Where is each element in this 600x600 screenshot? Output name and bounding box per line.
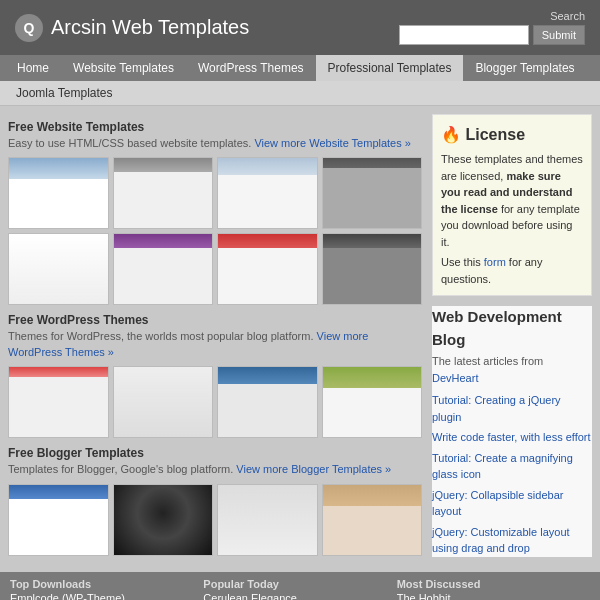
blogger-more-link[interactable]: View more Blogger Templates » [236,463,391,475]
blog-link-2[interactable]: Write code faster, with less effort [432,429,592,446]
template-thumb[interactable] [322,233,423,305]
template-thumb[interactable] [113,233,214,305]
template-thumb[interactable] [113,366,214,438]
nav-home[interactable]: Home [5,55,61,81]
license-form-link[interactable]: form [484,256,506,268]
footer-discussed-title: Most Discussed [397,578,590,590]
main-nav: Home Website Templates WordPress Themes … [0,55,600,81]
content-wrapper: Free Website Templates Easy to use HTML/… [0,106,600,572]
footer: Top Downloads Emplcode (WP-Theme) Popula… [0,572,600,600]
template-thumb[interactable] [217,233,318,305]
blogger-section-desc: Templates for Blogger, Google's blog pla… [8,462,422,477]
footer-col-discussed: Most Discussed The Hobbit [397,578,590,600]
template-thumb[interactable] [113,484,214,556]
license-box: 🔥 License These templates and themes are… [432,114,592,296]
footer-discussed-value: The Hobbit [397,592,590,600]
devheart-link[interactable]: DevHeart [432,372,478,384]
wordpress-more-link[interactable]: View more WordPress Themes » [8,330,368,357]
nav-website-templates[interactable]: Website Templates [61,55,186,81]
sidebar: 🔥 License These templates and themes are… [422,114,592,564]
template-thumb[interactable] [322,366,423,438]
website-templates-section: Free Website Templates Easy to use HTML/… [8,120,422,305]
template-thumb[interactable] [217,484,318,556]
template-thumb[interactable] [322,157,423,229]
template-thumb[interactable] [217,157,318,229]
blogger-section: Free Blogger Templates Templates for Blo… [8,446,422,555]
footer-col-popular: Popular Today Cerulean Elegance [203,578,396,600]
blog-link-1[interactable]: Tutorial: Creating a jQuery plugin [432,392,592,425]
website-more-link[interactable]: View more Website Templates » [254,137,411,149]
website-section-title: Free Website Templates [8,120,422,134]
license-title: 🔥 License [441,123,583,147]
template-thumb[interactable] [8,233,109,305]
nav-professional-templates[interactable]: Professional Templates [316,55,464,81]
fire-icon: 🔥 [441,126,461,143]
template-thumb[interactable] [322,484,423,556]
footer-popular-value: Cerulean Elegance [203,592,396,600]
blog-box: Web Development Blog The latest articles… [432,306,592,557]
search-row: Submit [399,25,585,45]
website-template-grid [8,157,422,305]
logo-icon: Q [15,14,43,42]
search-button[interactable]: Submit [533,25,585,45]
nav-blogger-templates[interactable]: Blogger Templates [463,55,586,81]
template-thumb[interactable] [113,157,214,229]
blogger-section-title: Free Blogger Templates [8,446,422,460]
license-text: These templates and themes are licensed,… [441,151,583,250]
search-area: Search Submit [399,10,585,45]
template-thumb[interactable] [8,157,109,229]
footer-popular-title: Popular Today [203,578,396,590]
wordpress-section-desc: Themes for WordPress, the worlds most po… [8,329,422,360]
main-content: Free Website Templates Easy to use HTML/… [8,114,422,564]
wordpress-template-grid [8,366,422,438]
header: Q Arcsin Web Templates Search Submit [0,0,600,55]
footer-downloads-title: Top Downloads [10,578,203,590]
blog-title: Web Development Blog [432,306,592,351]
site-title: Arcsin Web Templates [51,16,249,39]
blog-link-3[interactable]: Tutorial: Create a magnifying glass icon [432,450,592,483]
template-thumb[interactable] [217,366,318,438]
nav-wordpress-themes[interactable]: WordPress Themes [186,55,316,81]
blogger-template-grid [8,484,422,556]
footer-downloads-value: Emplcode (WP-Theme) [10,592,203,600]
website-section-desc: Easy to use HTML/CSS based website templ… [8,136,422,151]
wordpress-section: Free WordPress Themes Themes for WordPre… [8,313,422,438]
license-form-text: Use this form for any questions. [441,254,583,287]
blog-link-4[interactable]: jQuery: Collapsible sidebar layout [432,487,592,520]
search-input[interactable] [399,25,529,45]
blog-link-5[interactable]: jQuery: Customizable layout using drag a… [432,524,592,557]
wordpress-section-title: Free WordPress Themes [8,313,422,327]
subnav: Joomla Templates [0,81,600,106]
template-thumb[interactable] [8,366,109,438]
template-thumb[interactable] [8,484,109,556]
logo-area: Q Arcsin Web Templates [15,14,249,42]
footer-col-downloads: Top Downloads Emplcode (WP-Theme) [10,578,203,600]
search-label: Search [550,10,585,22]
blog-subtitle: The latest articles from DevHeart [432,353,592,386]
subnav-joomla[interactable]: Joomla Templates [10,84,119,102]
